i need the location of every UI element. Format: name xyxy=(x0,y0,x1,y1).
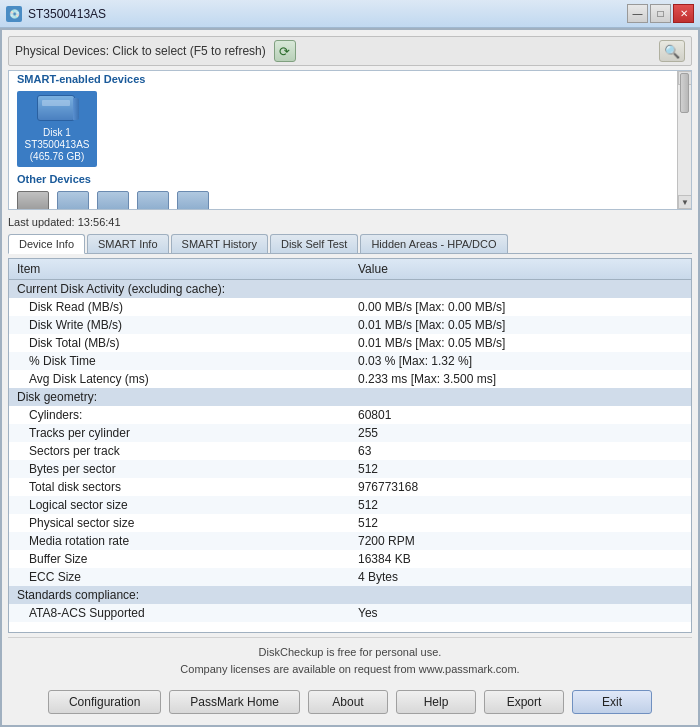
cell-value: 512 xyxy=(350,460,691,478)
passmark-home-button[interactable]: PassMark Home xyxy=(169,690,300,714)
cell-value: 0.03 % [Max: 1.32 %] xyxy=(350,352,691,370)
col-value-header: Value xyxy=(350,259,691,280)
other-drive-icon-5 xyxy=(177,191,209,209)
cell-item: Sectors per track xyxy=(9,442,350,460)
last-updated-label: Last updated: 13:56:41 xyxy=(8,214,692,230)
scrollbar-thumb[interactable] xyxy=(680,73,689,113)
other-drive-icon-2 xyxy=(57,191,89,209)
footer-buttons: Configuration PassMark Home About Help E… xyxy=(8,685,692,719)
other-drive-icon-1 xyxy=(17,191,49,209)
cell-value: 7200 RPM xyxy=(350,532,691,550)
table-row: Tracks per cylinder255 xyxy=(9,424,691,442)
cell-item: ATA8-ACS Supported xyxy=(9,604,350,622)
cell-value: 0.00 MB/s [Max: 0.00 MB/s] xyxy=(350,298,691,316)
cell-value: 512 xyxy=(350,496,691,514)
app-icon: 💿 xyxy=(6,6,22,22)
col-item-header: Item xyxy=(9,259,350,280)
cell-value: 4 Bytes xyxy=(350,568,691,586)
cell-value: 63 xyxy=(350,442,691,460)
other-section-label: Other Devices xyxy=(9,171,691,187)
cell-value: 60801 xyxy=(350,406,691,424)
tabs-bar: Device Info SMART Info SMART History Dis… xyxy=(8,234,692,254)
cell-item: Avg Disk Latency (ms) xyxy=(9,370,350,388)
footer-line2: Company licenses are available on reques… xyxy=(12,661,688,678)
table-row: ECC Size4 Bytes xyxy=(9,568,691,586)
cell-item: Disk Read (MB/s) xyxy=(9,298,350,316)
other-drive-4[interactable] xyxy=(137,191,169,209)
other-drive-5[interactable] xyxy=(177,191,209,209)
disk-icon-1 xyxy=(37,95,77,125)
table-row: % Disk Time0.03 % [Max: 1.32 %] xyxy=(9,352,691,370)
other-drive-icon-4 xyxy=(137,191,169,209)
table-row: Cylinders:60801 xyxy=(9,406,691,424)
other-drive-icon-3 xyxy=(97,191,129,209)
other-drive-2[interactable] xyxy=(57,191,89,209)
cell-item: Buffer Size xyxy=(9,550,350,568)
tab-hidden-areas[interactable]: Hidden Areas - HPA/DCO xyxy=(360,234,507,253)
other-drive-3[interactable] xyxy=(97,191,129,209)
minimize-button[interactable]: — xyxy=(627,4,648,23)
table-header-row: Item Value xyxy=(9,259,691,280)
table-row: Disk Write (MB/s)0.01 MB/s [Max: 0.05 MB… xyxy=(9,316,691,334)
about-button[interactable]: About xyxy=(308,690,388,714)
exit-button[interactable]: Exit xyxy=(572,690,652,714)
cell-item: Disk Write (MB/s) xyxy=(9,316,350,334)
disk-item-1[interactable]: Disk 1ST3500413AS(465.76 GB) xyxy=(17,91,97,167)
cell-item: Media rotation rate xyxy=(9,532,350,550)
cell-value: Yes xyxy=(350,604,691,622)
cell-value: 0.233 ms [Max: 3.500 ms] xyxy=(350,370,691,388)
table-row: Disk Total (MB/s)0.01 MB/s [Max: 0.05 MB… xyxy=(9,334,691,352)
search-button[interactable]: 🔍 xyxy=(659,40,685,62)
tab-device-info[interactable]: Device Info xyxy=(8,234,85,254)
cell-item: Total disk sectors xyxy=(9,478,350,496)
smart-devices-grid: Disk 1ST3500413AS(465.76 GB) xyxy=(9,87,691,171)
devices-scrollbar[interactable]: ▲ ▼ xyxy=(677,71,691,209)
cell-value: 16384 KB xyxy=(350,550,691,568)
table-row: Avg Disk Latency (ms)0.233 ms [Max: 3.50… xyxy=(9,370,691,388)
table-row: ATA8-ACS SupportedYes xyxy=(9,604,691,622)
footer-info: DiskCheckup is free for personal use. Co… xyxy=(8,637,692,681)
cell-item: Bytes per sector xyxy=(9,460,350,478)
content-panel: Item Value Current Disk Activity (exclud… xyxy=(8,258,692,633)
close-button[interactable]: ✕ xyxy=(673,4,694,23)
table-row: Disk geometry: xyxy=(9,388,691,406)
cell-value: 976773168 xyxy=(350,478,691,496)
other-devices-row xyxy=(9,187,691,209)
other-drive-1[interactable] xyxy=(17,191,49,209)
configuration-button[interactable]: Configuration xyxy=(48,690,161,714)
cell-item: Cylinders: xyxy=(9,406,350,424)
table-row: Standards compliance: xyxy=(9,586,691,604)
cell-value: 255 xyxy=(350,424,691,442)
table-row: Buffer Size16384 KB xyxy=(9,550,691,568)
tab-smart-history[interactable]: SMART History xyxy=(171,234,268,253)
help-button[interactable]: Help xyxy=(396,690,476,714)
physical-devices-label: Physical Devices: Click to select (F5 to… xyxy=(15,44,266,58)
table-row: Bytes per sector512 xyxy=(9,460,691,478)
table-row: Current Disk Activity (excluding cache): xyxy=(9,280,691,299)
table-row: Total disk sectors976773168 xyxy=(9,478,691,496)
window-title: ST3500413AS xyxy=(28,7,106,21)
data-table[interactable]: Item Value Current Disk Activity (exclud… xyxy=(9,259,691,632)
tab-disk-self-test[interactable]: Disk Self Test xyxy=(270,234,358,253)
main-window: Physical Devices: Click to select (F5 to… xyxy=(0,28,700,727)
physical-devices-bar: Physical Devices: Click to select (F5 to… xyxy=(8,36,692,66)
export-button[interactable]: Export xyxy=(484,690,564,714)
cell-value: 512 xyxy=(350,514,691,532)
cell-value: 0.01 MB/s [Max: 0.05 MB/s] xyxy=(350,334,691,352)
table-row: Sectors per track63 xyxy=(9,442,691,460)
cell-item: Disk Total (MB/s) xyxy=(9,334,350,352)
window-controls: — □ ✕ xyxy=(627,4,694,23)
cell-item: Physical sector size xyxy=(9,514,350,532)
table-row: Media rotation rate7200 RPM xyxy=(9,532,691,550)
cell-item: Logical sector size xyxy=(9,496,350,514)
cell-value: 0.01 MB/s [Max: 0.05 MB/s] xyxy=(350,316,691,334)
scrollbar-down-arrow[interactable]: ▼ xyxy=(678,195,692,209)
maximize-button[interactable]: □ xyxy=(650,4,671,23)
table-row: Disk Read (MB/s)0.00 MB/s [Max: 0.00 MB/… xyxy=(9,298,691,316)
cell-item: % Disk Time xyxy=(9,352,350,370)
tab-smart-info[interactable]: SMART Info xyxy=(87,234,169,253)
refresh-button[interactable]: ⟳ xyxy=(274,40,296,62)
footer-line1: DiskCheckup is free for personal use. xyxy=(12,644,688,661)
table-row: Physical sector size512 xyxy=(9,514,691,532)
devices-panel: SMART-enabled Devices Disk 1ST3500413AS(… xyxy=(8,70,692,210)
